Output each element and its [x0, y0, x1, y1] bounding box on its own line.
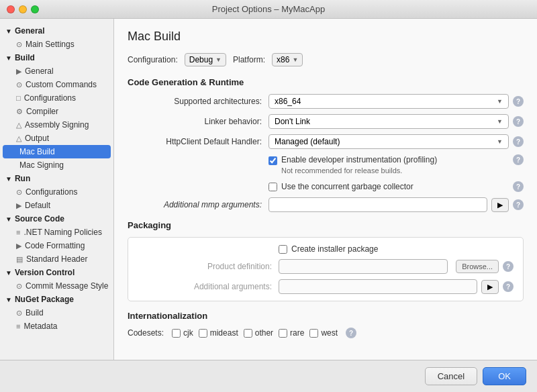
sidebar-section-source-code-label: Source Code: [15, 214, 64, 224]
concurrent-gc-label: Use the concurrent garbage collector: [281, 182, 413, 191]
main-container: ▼ General ⊙ Main Settings ▼ Build ▶ Gene…: [0, 19, 537, 360]
httpclient-help-icon[interactable]: ?: [513, 136, 524, 147]
rare-checkbox[interactable]: [279, 329, 287, 338]
dev-instrument-help-icon[interactable]: ?: [513, 154, 524, 165]
bottom-bar: Cancel OK: [0, 360, 537, 392]
packaging-args-control: ▶ ?: [279, 279, 514, 294]
dev-instrument-control: Enable developer instrumentation (profil…: [268, 154, 524, 176]
sidebar-section-run[interactable]: ▼ Run: [0, 172, 113, 185]
sidebar-item-run-configurations[interactable]: ⊙ Configurations: [0, 185, 113, 199]
mmp-args-run-button[interactable]: ▶: [491, 198, 509, 212]
dev-instrument-sublabel: Not recommended for release builds.: [281, 166, 437, 176]
mmp-args-label: Additional mmp arguments:: [128, 200, 268, 209]
sidebar-item-mac-signing[interactable]: Mac Signing: [0, 158, 113, 172]
arrow-icon: ▼: [5, 54, 12, 62]
sidebar-item-metadata[interactable]: ≡ Metadata: [0, 320, 113, 333]
sidebar-section-nuget-label: NuGet Package: [15, 295, 74, 304]
config-label: Configuration:: [128, 55, 178, 64]
other-checkbox[interactable]: [244, 329, 252, 338]
mmp-args-input[interactable]: [268, 197, 487, 212]
sidebar-item-nuget-build[interactable]: ⊙ Build: [0, 306, 113, 320]
sidebar-item-output[interactable]: △ Output: [0, 132, 113, 145]
code-generation-title: Code Generation & Runtime: [128, 77, 524, 87]
sidebar-section-build[interactable]: ▼ Build: [0, 51, 113, 64]
sidebar-section-build-label: Build: [15, 53, 35, 62]
sidebar-item-commit-message[interactable]: ⊙ Commit Message Style: [0, 279, 113, 293]
sidebar-item-build-general[interactable]: ▶ General: [0, 64, 113, 78]
packaging-args-run-button[interactable]: ▶: [481, 280, 499, 294]
ok-button[interactable]: OK: [483, 367, 526, 385]
sidebar-section-nuget[interactable]: ▼ NuGet Package: [0, 293, 113, 306]
dropdown-arrow-icon: ▼: [292, 56, 298, 63]
cjk-checkbox[interactable]: [172, 329, 181, 338]
httpclient-value: Managed (default): [275, 137, 340, 146]
concurrent-gc-control: Use the concurrent garbage collector ?: [268, 181, 524, 192]
sidebar-item-configurations[interactable]: □ Configurations: [0, 91, 113, 105]
mmp-args-help-icon[interactable]: ?: [513, 199, 524, 210]
platform-select[interactable]: x86 ▼: [272, 53, 303, 66]
browse-button[interactable]: Browse...: [456, 260, 499, 273]
linker-control: Don't Link ▼ ?: [268, 114, 524, 129]
intl-item-mideast: mideast: [199, 328, 238, 338]
output-icon: △: [16, 134, 21, 143]
sidebar-item-assembly-signing[interactable]: △ Assembly Signing: [0, 118, 113, 132]
west-checkbox[interactable]: [309, 329, 318, 338]
sidebar-item-default[interactable]: ▶ Default: [0, 199, 113, 212]
dev-instrument-label: Enable developer instrumentation (profil…: [281, 154, 437, 176]
packaging-args-input[interactable]: [279, 279, 477, 294]
run-configurations-icon: ⊙: [16, 188, 22, 197]
intl-help-icon[interactable]: ?: [346, 328, 356, 338]
architectures-select[interactable]: x86_64 ▼: [268, 94, 509, 109]
close-button[interactable]: [7, 5, 15, 13]
packaging-args-label: Additional arguments:: [138, 282, 279, 291]
linker-select[interactable]: Don't Link ▼: [268, 114, 509, 129]
sidebar-section-source-code[interactable]: ▼ Source Code: [0, 212, 113, 226]
concurrent-gc-checkbox[interactable]: [268, 183, 277, 191]
architectures-row: Supported architectures: x86_64 ▼ ?: [128, 94, 524, 109]
linker-help-icon[interactable]: ?: [513, 116, 524, 127]
sidebar-item-naming-policies[interactable]: ≡ .NET Naming Policies: [0, 226, 113, 239]
httpclient-select[interactable]: Managed (default) ▼: [268, 134, 509, 149]
dev-instrument-checkbox[interactable]: [268, 156, 277, 165]
architectures-help-icon[interactable]: ?: [513, 96, 524, 107]
build-general-icon: ▶: [16, 67, 21, 76]
intl-item-other: other: [244, 328, 273, 338]
codesets-label: Codesets:: [128, 328, 164, 338]
sidebar-item-compiler[interactable]: ⚙ Compiler: [0, 105, 113, 118]
product-definition-help-icon[interactable]: ?: [503, 261, 514, 272]
window-title: Project Options – MyMacApp: [212, 4, 325, 14]
sidebar-item-main-settings[interactable]: ⊙ Main Settings: [0, 38, 113, 51]
product-definition-input[interactable]: [279, 259, 448, 274]
packaging-args-help-icon[interactable]: ?: [503, 281, 514, 292]
product-definition-control: Browse... ?: [279, 259, 514, 274]
mideast-checkbox[interactable]: [199, 329, 207, 338]
create-installer-row: Create installer package: [138, 244, 514, 254]
arrow-icon: ▼: [5, 28, 12, 35]
sidebar-section-run-label: Run: [15, 174, 30, 183]
config-bar: Configuration: Debug ▼ Platform: x86 ▼: [128, 53, 524, 66]
concurrent-gc-row: Use the concurrent garbage collector ?: [128, 181, 524, 192]
sidebar-item-code-formatting[interactable]: ▶ Code Formatting: [0, 239, 113, 252]
maximize-button[interactable]: [31, 5, 39, 13]
custom-commands-icon: ⊙: [16, 81, 22, 89]
sidebar-item-custom-commands[interactable]: ⊙ Custom Commands: [0, 78, 113, 91]
cancel-button[interactable]: Cancel: [425, 367, 477, 385]
sidebar-item-standard-header[interactable]: ▤ Standard Header: [0, 252, 113, 266]
sidebar: ▼ General ⊙ Main Settings ▼ Build ▶ Gene…: [0, 19, 114, 360]
sidebar-section-general[interactable]: ▼ General: [0, 24, 113, 38]
create-installer-checkbox[interactable]: [279, 245, 287, 254]
standard-header-icon: ▤: [16, 255, 23, 264]
sidebar-item-mac-build[interactable]: Mac Build: [3, 145, 111, 158]
compiler-icon: ⚙: [16, 107, 23, 116]
content-area: Mac Build Configuration: Debug ▼ Platfor…: [114, 19, 537, 360]
arrow-icon: ▼: [5, 269, 12, 277]
minimize-button[interactable]: [19, 5, 27, 13]
concurrent-gc-help-icon[interactable]: ?: [513, 181, 524, 192]
mmp-args-row: Additional mmp arguments: ▶ ?: [128, 197, 524, 212]
configuration-select[interactable]: Debug ▼: [185, 53, 226, 66]
sidebar-section-version-control[interactable]: ▼ Version Control: [0, 266, 113, 279]
architectures-label: Supported architectures:: [128, 97, 268, 106]
create-installer-control: Create installer package: [279, 244, 514, 254]
titlebar: Project Options – MyMacApp: [0, 0, 537, 19]
intl-item-west: west: [309, 328, 338, 338]
